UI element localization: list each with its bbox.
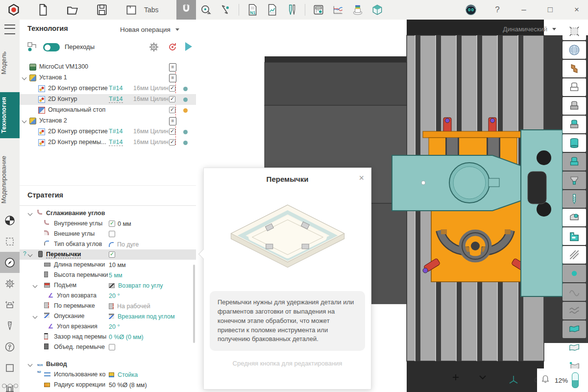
close-icon[interactable]: × (359, 173, 364, 183)
param-value[interactable] (109, 230, 115, 238)
param-checkbox[interactable] (109, 231, 115, 237)
sphere-shading-button[interactable] (563, 41, 586, 59)
param-value-text[interactable]: 0 %Ø (0 мм) (109, 334, 144, 341)
graph-button[interactable] (328, 0, 348, 20)
param-value[interactable]: 10 мм (109, 261, 126, 269)
param-row[interactable]: Тип обката угловПо дуге (20, 239, 196, 249)
transitions-toggle[interactable] (43, 43, 60, 51)
param-value[interactable]: Возврат по углу (109, 282, 163, 289)
flag-filled-button[interactable] (563, 320, 586, 338)
measure-tape-button[interactable] (196, 0, 216, 20)
nc-program-button[interactable]: N1 (243, 0, 262, 20)
tool-ref[interactable]: T#14 (109, 139, 123, 146)
close-button[interactable]: × (570, 0, 583, 20)
sidebar-tab-Моделирование[interactable]: Моделирование (0, 151, 20, 208)
calculator-button[interactable] (309, 0, 328, 20)
param-row[interactable]: По перемычкеНа рабочей (20, 301, 196, 311)
flag-outline-button[interactable] (563, 339, 586, 357)
datum-checker-button[interactable] (0, 210, 20, 231)
stock-setup-button[interactable] (0, 294, 20, 315)
param-value[interactable]: 0 %Ø (0 мм) (109, 333, 144, 341)
param-row[interactable]: Объед. перемыче (20, 342, 196, 352)
param-value-text[interactable]: На рабочей (117, 303, 150, 310)
holder-gray-button[interactable] (563, 97, 586, 115)
param-value[interactable] (109, 343, 115, 351)
menu-icon[interactable] (4, 24, 15, 34)
param-row[interactable]: Длина перемычки10 мм (20, 260, 196, 270)
bell-icon[interactable] (540, 374, 551, 387)
param-value[interactable]: Стойка (109, 371, 138, 378)
caret-icon[interactable] (28, 252, 33, 257)
row-checkbox[interactable] (169, 139, 175, 146)
tree-row[interactable]: 2D Контур перемы...T#1416мм Цилин, (20, 137, 196, 148)
caret-icon[interactable] (33, 283, 38, 288)
caret-icon[interactable] (22, 119, 27, 123)
caret-icon[interactable] (28, 362, 33, 367)
param-value-text[interactable]: 50 %Ø (8 мм) (109, 382, 147, 389)
minimize-button[interactable]: – (517, 0, 530, 20)
param-value[interactable]: На рабочей (109, 302, 150, 310)
tree-row[interactable]: Установ 2 (20, 116, 196, 126)
navigate-compass-button[interactable] (0, 252, 20, 273)
report-chart-button[interactable] (262, 0, 282, 20)
param-row[interactable]: Высота перемычки5 мм (20, 270, 196, 280)
tool-library-button[interactable] (282, 0, 301, 20)
surface-display-button[interactable] (563, 60, 586, 77)
param-value-text[interactable]: 0 мм (118, 220, 131, 227)
param-row[interactable]: Угол врезания20 ° (20, 321, 196, 332)
recalculate-button[interactable] (167, 41, 178, 53)
material-cube-button[interactable] (368, 0, 387, 20)
run-simulation-button[interactable] (185, 42, 192, 51)
param-value-text[interactable]: По дуге (117, 241, 139, 248)
holder-blank-button[interactable] (563, 78, 586, 96)
param-value[interactable]: 0 мм (109, 220, 131, 227)
param-value[interactable] (109, 251, 115, 258)
note-icon[interactable] (169, 63, 176, 72)
caret-icon[interactable] (22, 75, 27, 80)
fit-view-button[interactable] (563, 23, 586, 40)
tree-row[interactable]: Опциональный стоп (20, 105, 196, 116)
param-row[interactable]: Сглаживание углов (20, 208, 196, 219)
row-checkbox[interactable] (169, 128, 175, 135)
gauge-button[interactable] (0, 336, 20, 357)
param-value-text[interactable]: Стойка (118, 371, 138, 378)
holder-full-button[interactable] (563, 134, 586, 152)
note-icon[interactable] (169, 74, 176, 82)
tool-ref[interactable]: T#14 (109, 96, 123, 103)
param-row[interactable]: ?Перемычки (20, 249, 196, 260)
tree-row[interactable]: 2D Контур отверстиеT#1416мм Цилин, (20, 83, 196, 94)
postprocess-stack-button[interactable] (348, 0, 368, 20)
param-row[interactable]: Радиус коррекции50 %Ø (8 мм) (20, 380, 196, 390)
sidebar-tab-Технология[interactable]: Технология (0, 92, 20, 138)
param-value-text[interactable]: 10 мм (109, 262, 126, 269)
row-checkbox[interactable] (169, 107, 175, 113)
tree-row[interactable]: 2D Контур отверстиеT#1416мм Цилин, (20, 126, 196, 137)
caret-icon[interactable] (28, 211, 33, 216)
machine-display-button[interactable] (563, 227, 586, 245)
sidebar-tab-Модель[interactable]: Модель (0, 47, 20, 79)
maximize-button[interactable]: □ (544, 0, 557, 20)
param-value[interactable]: Врезания под углом (109, 313, 175, 320)
param-value-text[interactable]: 5 мм (109, 272, 122, 279)
param-row[interactable]: Зазор над перемы0 %Ø (0 мм) (20, 332, 196, 342)
param-value-text[interactable]: Возврат по углу (118, 282, 163, 289)
tool-ref[interactable]: T#14 (109, 85, 123, 92)
caliper-button[interactable] (216, 0, 235, 20)
param-row[interactable]: Использование коСтойка (20, 369, 196, 380)
param-value[interactable]: 20 ° (109, 323, 120, 330)
tabs-button[interactable] (122, 0, 141, 20)
param-value[interactable]: 20 ° (109, 292, 120, 299)
tree-row[interactable]: MicroCut VM1300 (20, 62, 196, 73)
more-dots-icon[interactable] (0, 384, 20, 388)
tool-ref[interactable]: T#14 (109, 128, 123, 135)
point-display-button[interactable] (563, 265, 586, 282)
snap-magnet-button[interactable] (176, 0, 196, 20)
param-row[interactable]: Внешние углы (20, 229, 196, 239)
help-button[interactable]: ? (491, 0, 504, 20)
param-value-text[interactable]: 20 ° (109, 323, 120, 330)
param-row[interactable]: ОпусканиеВрезания под углом (20, 311, 196, 321)
param-checkbox[interactable] (109, 344, 115, 350)
row-checkbox[interactable] (169, 85, 175, 92)
row-checkbox[interactable] (169, 96, 175, 102)
zoom-slider[interactable] (572, 372, 579, 388)
